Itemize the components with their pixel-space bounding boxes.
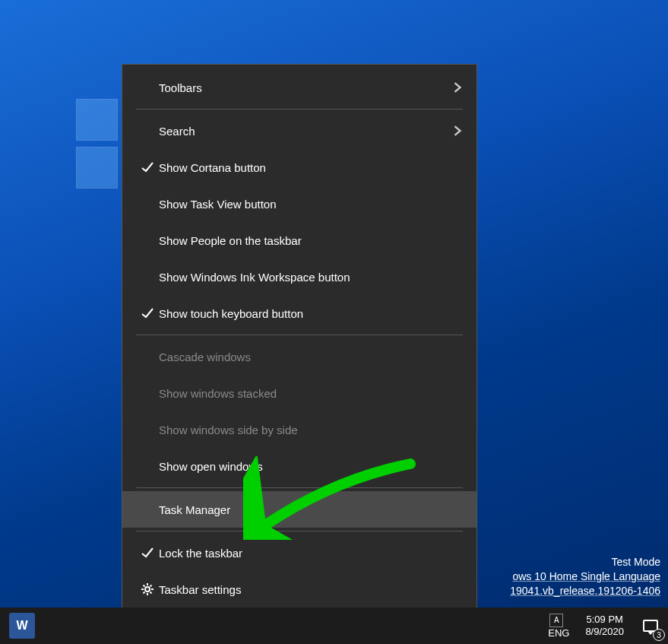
menu-separator	[136, 531, 463, 531]
check-icon	[136, 160, 159, 174]
menu-item-label: Show windows side by side	[159, 424, 448, 436]
ime-icon: A	[549, 614, 563, 627]
menu-item-task-manager[interactable]: Task Manager	[122, 491, 476, 528]
tray-language-label: ENG	[548, 627, 569, 639]
tray-ime[interactable]: A ENG	[540, 608, 577, 644]
menu-separator	[136, 335, 463, 335]
gear-icon	[136, 582, 159, 596]
menu-item-show-people[interactable]: Show People on the taskbar	[122, 222, 476, 259]
menu-item-label: Show Windows Ink Workspace button	[159, 271, 448, 284]
menu-item-label: Show People on the taskbar	[159, 234, 448, 247]
word-icon-letter: W	[16, 619, 27, 633]
menu-item-label: Lock the taskbar	[159, 547, 448, 560]
menu-item-show-task-view[interactable]: Show Task View button	[122, 186, 476, 222]
menu-item-label: Show Cortana button	[159, 161, 448, 174]
menu-item-taskbar-settings[interactable]: Taskbar settings	[122, 571, 476, 608]
desktop[interactable]: Test Mode ows 10 Home Single Language 19…	[0, 0, 668, 644]
menu-item-windows-side-by-side: Show windows side by side	[122, 411, 476, 448]
menu-item-label: Show open windows	[159, 460, 448, 473]
menu-item-lock-taskbar[interactable]: Lock the taskbar	[122, 535, 476, 571]
menu-separator	[136, 487, 463, 488]
tray-date: 8/9/2020	[585, 626, 624, 638]
menu-item-label: Show Task View button	[159, 198, 448, 211]
menu-item-cascade-windows: Cascade windows	[122, 338, 476, 375]
taskbar-context-menu: Toolbars Search Show Cortana button Show…	[122, 64, 477, 613]
svg-point-0	[145, 587, 150, 592]
taskbar-app-word[interactable]: W	[9, 613, 35, 639]
tray-time: 5:09 PM	[586, 614, 622, 626]
menu-item-windows-stacked: Show windows stacked	[122, 375, 476, 411]
watermark-line: ows 10 Home Single Language	[510, 569, 660, 584]
menu-item-label: Show touch keyboard button	[159, 307, 448, 320]
chevron-right-icon	[448, 125, 463, 136]
menu-separator	[136, 109, 463, 109]
check-icon	[136, 306, 159, 320]
desktop-watermark: Test Mode ows 10 Home Single Language 19…	[510, 555, 660, 598]
menu-item-search[interactable]: Search	[122, 113, 476, 149]
menu-item-label: Toolbars	[159, 81, 448, 94]
menu-item-show-open-windows[interactable]: Show open windows	[122, 448, 476, 484]
watermark-line: 19041.vb_release.191206-1406	[510, 584, 660, 598]
chevron-right-icon	[448, 82, 463, 93]
menu-item-show-ink-workspace[interactable]: Show Windows Ink Workspace button	[122, 259, 476, 295]
menu-item-toolbars[interactable]: Toolbars	[122, 69, 476, 106]
menu-item-label: Show windows stacked	[159, 387, 448, 400]
menu-item-label: Taskbar settings	[159, 583, 448, 596]
menu-item-label: Cascade windows	[159, 351, 448, 363]
menu-item-show-touch-keyboard[interactable]: Show touch keyboard button	[122, 295, 476, 332]
menu-item-show-cortana[interactable]: Show Cortana button	[122, 149, 476, 186]
menu-item-label: Task Manager	[159, 503, 448, 516]
tray-clock[interactable]: 5:09 PM 8/9/2020	[577, 608, 632, 644]
menu-item-label: Search	[159, 125, 448, 138]
tray-action-center[interactable]: 3	[632, 608, 668, 644]
check-icon	[136, 546, 159, 560]
taskbar[interactable]: W A ENG 5:09 PM 8/9/2020 3	[0, 608, 668, 644]
notification-badge: 3	[653, 629, 665, 641]
watermark-line: Test Mode	[510, 555, 660, 569]
